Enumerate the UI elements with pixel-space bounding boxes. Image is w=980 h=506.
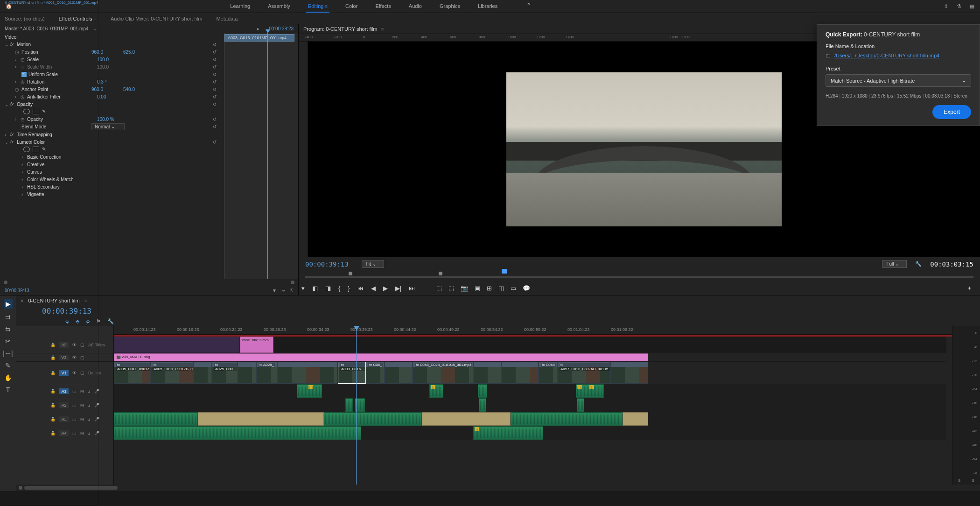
effect-controls-timeline[interactable]: A003_C016_0101MP_001.mp4 (224, 33, 298, 279)
fx-badge-icon[interactable]: fx (10, 140, 17, 144)
timeline-clip[interactable] (473, 362, 501, 384)
workspace-learning[interactable]: Learning (228, 0, 252, 13)
tab-metadata[interactable]: Metadata (216, 16, 238, 21)
reset-icon[interactable]: ↺ (213, 42, 217, 47)
workspace-graphics[interactable]: Graphics (438, 0, 462, 13)
scale-value[interactable]: 100.0 (97, 57, 120, 62)
extract-icon[interactable]: ⬚ (448, 285, 454, 292)
timeline-audio-clip[interactable] (422, 412, 511, 426)
mark-out-icon[interactable]: ◨ (325, 285, 331, 292)
solo-right[interactable]: S (972, 478, 974, 483)
workspace-assembly[interactable]: Assembly (266, 0, 292, 13)
timeline-clip[interactable]: fx A025_C00 (212, 362, 238, 384)
qe-preset-select[interactable]: Match Source - Adaptive High Bitrate⌄ (826, 74, 971, 87)
lumetri-hsl[interactable]: HSL Secondary (27, 184, 97, 190)
ec-zoom-handle-right[interactable] (291, 281, 294, 284)
ec-clip-bar[interactable]: A003_C016_0101MP_001.mp4 (224, 34, 294, 42)
frame-forward-icon[interactable]: ▶| (395, 285, 401, 292)
play-icon[interactable]: ▶ (383, 285, 388, 292)
timeline-audio-clip[interactable] (479, 398, 486, 412)
timeline-clip[interactable] (385, 362, 413, 384)
lumetri-label[interactable]: Lumetri Color (17, 140, 87, 145)
timeline-clip[interactable]: fx A005_C011_0901ZB_001 (150, 362, 193, 384)
lumetri-basic[interactable]: Basic Correction (27, 155, 97, 160)
mask-pen-icon[interactable]: ✎ (42, 109, 49, 114)
lumetri-wheels[interactable]: Color Wheels & Match (27, 177, 97, 182)
fx-badge-icon[interactable]: fx (10, 42, 17, 47)
export-button[interactable]: Export (932, 105, 971, 119)
mask-rect-icon[interactable] (33, 109, 39, 114)
go-to-out-icon[interactable]: } (348, 285, 350, 292)
program-timecode[interactable]: 00:00:39:13 (305, 260, 349, 268)
opacity-section-label[interactable]: Opacity (17, 102, 87, 107)
timeline-horizontal-scroll[interactable] (16, 485, 980, 491)
zoom-fit-select[interactable]: Fit ⌄ (362, 260, 384, 268)
button-editor-icon[interactable]: ＋ (966, 284, 973, 292)
timeline-audio-clip[interactable] (623, 412, 648, 426)
workspace-color[interactable]: Color (343, 0, 359, 13)
scrub-out-handle[interactable] (439, 272, 442, 275)
motion-label[interactable]: Motion (17, 42, 87, 47)
timeline-audio-clip[interactable] (473, 426, 543, 440)
ec-playhead[interactable] (267, 33, 268, 279)
timeline-tracks-area[interactable]: 00:00:14:2300:00:19:2300:00:24:2300:00:2… (114, 326, 952, 485)
lumetri-vignette-toggle[interactable]: › (21, 192, 27, 197)
timeline-clip[interactable]: fx A005_C011_0901Z (114, 362, 150, 384)
mask-ellipse-icon[interactable] (23, 147, 30, 152)
stopwatch-icon[interactable]: ◷ (21, 79, 27, 84)
mask-rect-icon[interactable] (33, 147, 39, 152)
lumetri-wheels-toggle[interactable]: › (21, 177, 27, 182)
position-x-value[interactable]: 960.0 (91, 49, 115, 55)
scalew-toggle[interactable]: › (15, 64, 21, 70)
motion-toggle[interactable]: ⌄ (5, 42, 10, 47)
reset-icon[interactable]: ↺ (213, 94, 217, 99)
timeline-clip[interactable] (114, 337, 240, 353)
lumetri-creative[interactable]: Creative (27, 162, 97, 167)
export-frame-icon[interactable]: ⇱ (290, 288, 294, 293)
opacity-val-toggle[interactable]: › (15, 117, 21, 122)
workspace-libraries[interactable]: Libraries (476, 0, 499, 13)
fx-badge-icon[interactable]: fx (10, 102, 17, 106)
filter-icon[interactable]: ▼ (272, 288, 277, 293)
timeline-clip[interactable] (193, 362, 212, 384)
reset-icon[interactable]: ↺ (213, 64, 217, 70)
frame-back-icon[interactable]: ◀ (371, 285, 376, 292)
timeline-audio-clip[interactable] (345, 398, 353, 412)
timeline-ruler[interactable]: 00:00:14:2300:00:19:2300:00:24:2300:00:2… (114, 326, 952, 335)
flicker-value[interactable]: 0.00 (97, 94, 120, 99)
timeline-audio-clip[interactable] (577, 398, 584, 412)
timeline-audio-clip[interactable] (114, 412, 198, 426)
time-remapping-label[interactable]: Time Remapping (17, 132, 87, 137)
resolution-select[interactable]: Full ⌄ (882, 260, 907, 268)
timeline-clip[interactable] (501, 362, 539, 384)
step-back-icon[interactable]: ⏮ (357, 285, 364, 292)
stopwatch-icon[interactable]: ◷ (15, 87, 21, 92)
reset-icon[interactable]: ↺ (213, 102, 217, 107)
workspace-audio[interactable]: Audio (407, 0, 424, 13)
opacity-toggle[interactable]: ⌄ (5, 102, 10, 107)
keyframe-nav-icon[interactable]: ⇥ (281, 288, 285, 293)
timeline-playhead[interactable] (356, 326, 357, 485)
mask-pen-icon[interactable]: ✎ (42, 147, 49, 152)
timeline-wrench-icon[interactable]: 🔧 (107, 318, 114, 324)
workspace-editing[interactable]: Editing (306, 0, 329, 13)
workspace-effects[interactable]: Effects (373, 0, 392, 13)
mask-ellipse-icon[interactable] (23, 109, 30, 114)
reset-icon[interactable]: ↺ (213, 87, 217, 92)
solo-left[interactable]: S (958, 478, 960, 483)
vr-icon[interactable]: ▭ (511, 285, 516, 292)
panel-menu-icon[interactable]: ≡ (381, 26, 384, 32)
flicker-toggle[interactable]: › (15, 94, 21, 99)
timeline-audio-clip[interactable] (478, 384, 487, 398)
timeline-audio-clip[interactable] (429, 384, 443, 398)
timeline-clip[interactable]: fx C048_C028_0101C5_001.mp4 (413, 362, 473, 384)
reset-icon[interactable]: ↺ (213, 140, 217, 145)
qe-filepath-link[interactable]: /Users/.../Desktop/0-CENTURY short film.… (834, 53, 939, 58)
fx-badge-icon[interactable]: fx (10, 132, 17, 137)
share-icon[interactable]: ⇪ (944, 3, 948, 9)
timeline-clip[interactable]: fx C05_ (366, 362, 385, 384)
timeline-audio-clip[interactable] (324, 412, 422, 426)
settings-wrench-icon[interactable]: 🔧 (915, 261, 922, 267)
timeline-clip[interactable] (238, 362, 256, 384)
reset-icon[interactable]: ↺ (213, 57, 217, 62)
